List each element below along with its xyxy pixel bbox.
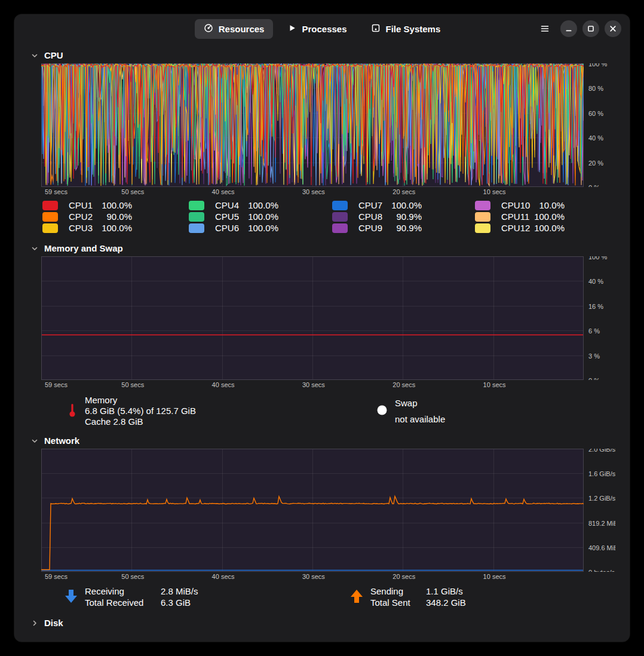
upload-arrow-icon [349,588,364,606]
tick-label: 100 % [588,63,607,68]
tab-label: Processes [302,24,346,34]
minimize-button[interactable] [560,20,577,37]
total-sent-label: Total Sent [370,597,420,608]
tick-label: 3 % [588,352,600,360]
legend-swatch-icon [332,201,348,210]
legend-cpu-name: CPU4 [215,200,246,210]
tick-label: 50 secs [121,188,144,195]
memory-section: Memory and Swap 100 %40 %16 %6 %3 %0 % 5… [29,241,615,427]
legend-swatch-icon [475,223,490,233]
chevron-down-icon [31,437,38,445]
network-chart-canvas [41,449,584,572]
network-y-axis: 2.0 GiB/s1.6 GiB/s1.2 GiB/s819.2 MiB/s40… [584,449,615,572]
legend-swatch-icon [475,212,490,222]
network-chart [41,449,584,572]
memory-cache: Cache 2.8 GiB [85,416,196,427]
legend-cpu-value: 100.0% [246,211,278,222]
memory-chart-canvas [41,256,584,380]
tab-label: File Systems [386,24,441,34]
legend-item: CPU1100.0% [42,200,189,210]
tab-processes[interactable]: Processes [279,19,355,39]
sending-info: Sending Total Sent 1.1 GiB/s 348.2 GiB [349,586,466,608]
legend-cpu-name: CPU12 [501,223,532,233]
network-info-row: Receiving Total Received 2.8 MiB/s 6.3 G… [63,586,615,608]
maximize-button[interactable] [582,20,599,37]
processes-icon [288,24,296,34]
tab-file-systems[interactable]: File Systems [362,19,450,39]
legend-cpu-name: CPU3 [69,223,100,233]
legend-cpu-value: 90.9% [390,211,422,222]
tick-label: 0 bytes/s [588,569,615,572]
legend-cpu-name: CPU8 [358,211,390,222]
legend-cpu-value: 90.0% [100,211,132,222]
tick-label: 0 % [588,184,600,187]
swap-status: not available [395,414,445,425]
disk-section-header[interactable]: Disk [29,615,615,631]
tick-label: 40 secs [212,188,235,195]
tick-label: 819.2 MiB/s [588,520,615,527]
receiving-rate: 2.8 MiB/s [161,586,198,597]
tick-label: 409.6 MiB/s [588,544,615,551]
legend-cpu-value: 100.0% [532,211,565,222]
cpu-y-axis: 100 %80 %60 %40 %20 %0 % [584,63,615,187]
legend-cpu-name: CPU2 [69,211,100,222]
legend-cpu-value: 90.9% [390,223,422,233]
tick-label: 59 secs [45,188,68,195]
total-received-value: 6.3 GiB [161,597,198,608]
view-switcher: Resources Processes File Systems [195,19,450,39]
legend-cpu-name: CPU7 [358,200,390,210]
legend-cpu-value: 100.0% [246,200,278,210]
tick-label: 20 secs [392,381,415,388]
tick-label: 50 secs [121,381,144,388]
tick-label: 100 % [588,256,607,260]
menu-icon[interactable] [535,19,555,39]
close-button[interactable] [605,20,621,37]
legend-item: CPU3100.0% [42,223,189,233]
chevron-down-icon [31,52,38,59]
tick-label: 20 secs [392,573,415,580]
tick-label: 50 secs [121,573,144,580]
memory-info: Memory 6.8 GiB (5.4%) of 125.7 GiB Cache… [68,395,377,427]
legend-cpu-name: CPU10 [501,200,532,210]
legend-item: CPU990.9% [332,223,475,233]
legend-swatch-icon [189,201,204,210]
total-received-label: Total Received [85,597,155,608]
chevron-right-icon [31,620,38,627]
legend-cpu-value: 10.0% [532,200,565,210]
tick-label: 20 % [588,160,603,167]
disk-section: Disk [29,615,615,631]
tick-label: 30 secs [302,188,325,195]
file-systems-icon [371,23,381,35]
legend-item: CPU12100.0% [475,223,604,233]
total-sent-value: 348.2 GiB [426,597,466,608]
memory-section-header[interactable]: Memory and Swap [29,241,615,256]
legend-swatch-icon [189,223,204,233]
legend-item: CPU6100.0% [189,223,332,233]
cpu-section-header[interactable]: CPU [29,48,615,63]
tick-label: 40 % [588,278,603,286]
legend-cpu-name: CPU11 [501,211,532,222]
legend-swatch-icon [42,212,58,222]
tick-label: 0 % [588,377,600,380]
chevron-down-icon [31,245,38,252]
cpu-x-axis: 59 secs50 secs40 secs30 secs20 secs10 se… [41,188,584,196]
resources-icon [204,23,213,35]
legend-cpu-value: 100.0% [390,200,422,210]
receiving-label: Receiving [85,586,155,597]
legend-cpu-value: 100.0% [100,200,132,210]
tick-label: 20 secs [392,188,415,195]
download-arrow-icon [63,588,79,606]
cpu-chart-canvas [41,63,584,187]
cpu-chart [41,63,584,187]
tick-label: 10 secs [483,381,506,388]
cpu-section: CPU 100 %80 %60 %40 %20 %0 % 59 secs50 s… [29,48,615,234]
legend-cpu-value: 100.0% [532,223,565,233]
receiving-info: Receiving Total Received 2.8 MiB/s 6.3 G… [63,586,349,608]
tab-resources[interactable]: Resources [195,19,274,39]
legend-item: CPU290.0% [42,211,189,222]
network-section-header[interactable]: Network [29,433,615,449]
cpu-legend: CPU1100.0%CPU290.0%CPU3100.0%CPU4100.0%C… [42,200,604,234]
network-section-title: Network [44,436,79,445]
tick-label: 60 % [588,110,603,117]
legend-item: CPU11100.0% [475,211,604,222]
